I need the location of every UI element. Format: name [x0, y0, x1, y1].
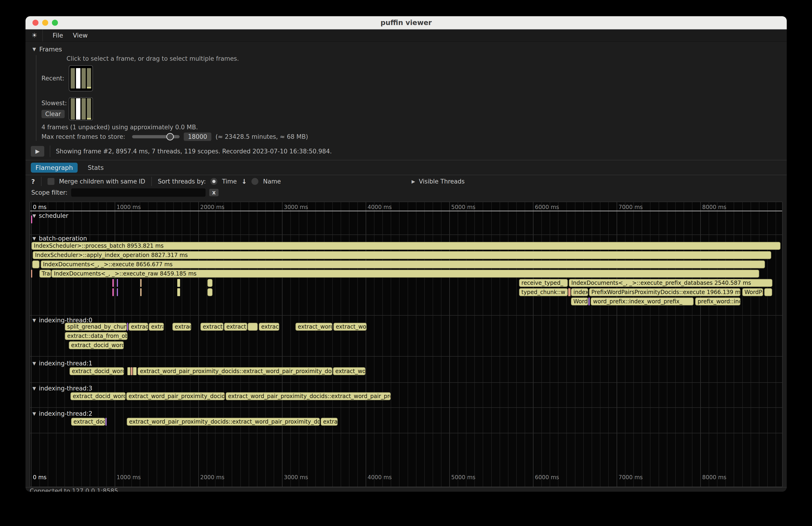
theme-toggle-icon[interactable]: ☀	[31, 31, 37, 39]
scope-bar[interactable]	[568, 288, 570, 296]
scope-bar[interactable]: extract_word_pair_proximity_docids	[126, 392, 225, 400]
merge-checkbox[interactable]	[47, 178, 55, 185]
thread-header[interactable]: ▼indexing-thread:3	[32, 385, 92, 392]
scope-bar[interactable]	[140, 279, 142, 287]
help-button[interactable]: ?	[31, 178, 35, 185]
scope-bar[interactable]: IndexDocuments<_, _>::execute_prefix_dat…	[569, 279, 772, 287]
frame-thumbnail-bar[interactable]	[87, 98, 91, 120]
scope-bar[interactable]: Trans	[39, 270, 51, 278]
merge-label[interactable]: Merge children with same ID	[59, 178, 145, 185]
scope-bar[interactable]	[589, 297, 590, 305]
scope-bar[interactable]	[128, 367, 130, 375]
scope-bar[interactable]	[140, 288, 142, 296]
thread-header[interactable]: ▼indexing-thread:2	[32, 410, 92, 417]
scope-bar[interactable]	[117, 279, 118, 287]
scope-bar[interactable]	[177, 288, 180, 296]
slider-knob[interactable]	[166, 133, 174, 141]
sort-name-radio[interactable]	[251, 178, 258, 185]
scope-bar[interactable]: extract::data_from_ob	[65, 332, 128, 340]
thread-header[interactable]: ▼scheduler	[32, 212, 68, 219]
scope-bar[interactable]: typed_chunk::w	[519, 288, 568, 296]
scope-bar[interactable]	[248, 323, 258, 331]
scope-bar[interactable]: IndexScheduler>::process_batch 8953.821 …	[31, 242, 781, 250]
scope-bar[interactable]: Word	[571, 297, 588, 305]
sort-name-label[interactable]: Name	[263, 178, 281, 185]
scope-bar[interactable]: extract_docid_word	[69, 341, 124, 349]
scope-bar[interactable]: PrefixWordPairsProximityDocids::execute …	[589, 288, 740, 296]
scope-bar[interactable]: extract_wo	[333, 323, 367, 331]
scope-bar[interactable]	[207, 279, 213, 287]
scope-bar[interactable]: receive_typed_	[519, 279, 568, 287]
scope-bar[interactable]: IndexScheduler>::apply_index_operation 8…	[33, 251, 771, 259]
scope-bar[interactable]	[112, 288, 114, 296]
scope-bar[interactable]: extract_word	[295, 323, 332, 331]
scope-bar[interactable]: WordPr	[742, 288, 763, 296]
frames-header[interactable]: ▼ Frames	[32, 44, 787, 54]
max-frames-slider[interactable]	[132, 135, 179, 138]
frame-thumbnail-bar[interactable]	[87, 68, 91, 88]
menu-view[interactable]: View	[73, 32, 88, 39]
scope-bar[interactable]	[112, 279, 114, 287]
scope-bar[interactable]: extract_doc	[71, 418, 105, 426]
scope-bar[interactable]	[31, 270, 32, 278]
scope-bar[interactable]: prefix_word::index_prefix_wo	[695, 297, 740, 305]
scope-bar[interactable]: split_grenad_by_chun	[65, 323, 127, 331]
scope-bar[interactable]: extract_	[201, 323, 223, 331]
scope-bar[interactable]: extract	[129, 323, 148, 331]
recent-frame-thumbnail[interactable]	[69, 65, 93, 91]
scope-bar[interactable]: extract_docid_word	[70, 392, 126, 400]
sort-time-radio[interactable]	[211, 178, 217, 185]
scope-bar[interactable]: extra	[149, 323, 164, 331]
scope-bar[interactable]: extract_word_pair_proximity_docids::extr…	[137, 367, 332, 375]
scope-bar[interactable]: IndexDocuments<_, _>::execute_raw 8459.1…	[52, 270, 759, 278]
sort-direction-icon[interactable]: ↓	[242, 178, 247, 185]
scope-bar[interactable]	[207, 288, 213, 296]
scope-bar[interactable]: extract_wo	[333, 367, 365, 375]
scope-bar[interactable]	[131, 367, 133, 375]
tab-stats[interactable]: Stats	[83, 163, 108, 173]
playback-row: ▶ Showing frame #2, 8957.4 ms, 7 threads…	[31, 145, 787, 158]
axis-tick-label: 3000 ms	[284, 474, 308, 481]
scope-bar[interactable]: extract_docid_word	[70, 367, 124, 375]
frame-thumbnail-bar[interactable]	[82, 68, 86, 88]
scope-bar[interactable]: extrac	[172, 323, 191, 331]
axis-tick-label: 8000 ms	[702, 204, 726, 210]
play-button[interactable]: ▶	[31, 146, 44, 157]
scope-bar[interactable]	[177, 279, 180, 287]
scope-bar[interactable]: extrac	[321, 418, 338, 426]
scope-bar[interactable]	[764, 288, 772, 296]
menu-file[interactable]: File	[53, 32, 63, 39]
clear-filter-button[interactable]: x	[209, 189, 218, 196]
scope-bar[interactable]	[32, 261, 39, 268]
frame-thumbnail-bar[interactable]	[76, 98, 80, 120]
max-frames-value[interactable]: 18000	[184, 133, 211, 141]
thread-header[interactable]: ▼batch-operation	[32, 235, 87, 242]
flamegraph-canvas[interactable]: 0 ms1000 ms2000 ms3000 ms4000 ms5000 ms6…	[30, 202, 783, 487]
scope-bar[interactable]	[117, 288, 118, 296]
axis-tick-label: 0 ms	[33, 474, 47, 481]
scope-bar[interactable]	[127, 323, 128, 331]
scope-filter-input[interactable]	[71, 188, 205, 197]
frame-thumbnail-bar[interactable]	[71, 68, 75, 88]
slowest-frame-thumbnail[interactable]	[69, 97, 93, 120]
frame-thumbnail-bar[interactable]	[76, 68, 80, 88]
frame-thumbnail-bar[interactable]	[71, 98, 75, 120]
sort-time-label[interactable]: Time	[222, 178, 237, 185]
clear-button[interactable]: Clear	[42, 110, 65, 118]
scope-bar[interactable]: extract	[259, 323, 279, 331]
scope-bar[interactable]: word_prefix::index_word_prefix_	[591, 297, 694, 305]
tab-flamegraph[interactable]: Flamegraph	[31, 163, 78, 173]
scope-bar[interactable]	[133, 367, 136, 375]
scope-bar[interactable]: extract_word_pair_proximity_docids::extr…	[127, 418, 320, 426]
frames-info: 4 frames (1 unpacked) using approximatel…	[42, 124, 787, 131]
thread-header[interactable]: ▼indexing-thread:1	[32, 360, 92, 367]
frame-thumbnail-bar[interactable]	[82, 98, 86, 120]
scope-bar[interactable]: extract_word_pair_proximity_docids::extr…	[226, 392, 391, 400]
visible-threads-header[interactable]: ▶ Visible Threads	[411, 178, 465, 185]
scope-bar[interactable]	[105, 418, 106, 426]
titlebar[interactable]: puffin viewer	[26, 16, 787, 29]
scope-bar[interactable]: extract_	[224, 323, 247, 331]
scope-bar[interactable]	[31, 216, 32, 223]
scope-bar[interactable]: index	[571, 288, 588, 296]
scope-bar[interactable]: IndexDocuments<_, _>::execute 8656.677 m…	[41, 261, 765, 268]
